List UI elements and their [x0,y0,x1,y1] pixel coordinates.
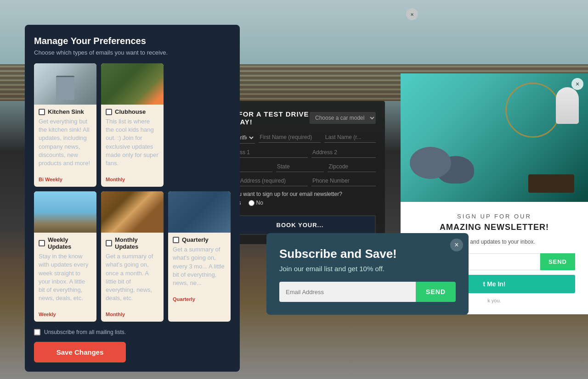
circle-decoration [505,83,560,138]
phone-input[interactable] [311,176,376,186]
test-drive-panel: GO FOR A TEST DRIVE TODAY! Choose a car … [215,101,385,244]
close-icon: × [576,80,579,88]
pref-card-monthly: Monthly Updates Get a summary of what's … [101,191,164,322]
first-name-input[interactable] [259,132,321,143]
no-radio[interactable] [249,200,254,206]
address2-input[interactable] [311,147,376,158]
weekly-frequency: Weekly [39,312,56,317]
unsubscribe-checkbox[interactable] [34,329,40,335]
kitchen-sink-checkbox[interactable] [39,109,45,115]
weekly-checkbox[interactable] [39,240,45,246]
kitchen-sink-desc: Get everything but the kitchen sink! All… [39,117,92,167]
quarterly-desc: Get a summary of what's going on, every … [173,245,226,287]
close-icon: × [454,241,458,249]
newsletter-close-button[interactable]: × [571,78,583,90]
monthly-desc: Get a summary of what's going on, once a… [106,252,159,302]
lamp-decoration [556,87,579,124]
quarterly-title: Quarterly [182,236,209,243]
pref-card-quarterly: Quarterly Get a summary of what's going … [168,191,231,322]
monthly-frequency: Monthly [106,312,125,317]
top-close-button[interactable]: × [406,8,418,20]
cushion2-decoration [410,147,451,179]
preferences-panel: Manage Your Preferences Choose which typ… [25,25,240,372]
kitchen-sink-image [34,63,96,105]
newsletter-question: Do you want to sign up for our email new… [224,191,342,197]
newsletter-tagline: SIGN UP FOR OUR [413,213,575,220]
state-input[interactable] [276,162,324,172]
clubhouse-desc: This list is where the cool kids hang ou… [106,117,159,167]
clubhouse-image [101,63,164,105]
clubhouse-title: Clubhouse [115,108,146,115]
clubhouse-checkbox[interactable] [106,109,112,115]
newsletter-send-button[interactable]: SEND [540,253,575,270]
kitchen-sink-frequency: Bi Weekly [39,177,62,182]
subscribe-close-button[interactable]: × [450,239,463,251]
empty-card-slot [168,63,231,187]
quarterly-frequency: Quarterly [173,296,195,302]
unsubscribe-row: Unsubscribe from all mailing lists. [34,329,231,335]
zipcode-input[interactable] [328,162,376,172]
pref-card-weekly: Weekly Updates Stay in the know with upd… [34,191,96,322]
monthly-checkbox[interactable] [106,240,112,246]
subscribe-email-input[interactable] [279,282,416,302]
preferences-title: Manage Your Preferences [34,36,231,46]
subscribe-subtitle: Join our email list and get 10% off. [279,265,456,273]
subscribe-popup: × Subscribe and Save! Join our email lis… [266,233,469,315]
preferences-cards-grid: Kitchen Sink Get everything but the kitc… [34,63,231,322]
subscribe-title: Subscribe and Save! [279,247,456,261]
newsletter-image: × [401,73,588,202]
car-model-select[interactable]: Choose a car model [310,112,376,124]
monthly-title: Monthly Updates [115,236,159,250]
unsubscribe-label: Unsubscribe from all mailing lists. [44,329,126,335]
subscribe-send-button[interactable]: SEND [416,282,456,302]
no-label: No [256,200,263,206]
pref-card-kitchen-sink: Kitchen Sink Get everything but the kitc… [34,63,96,187]
table-decoration [528,174,574,193]
quarterly-image [168,191,231,233]
last-name-input[interactable] [324,132,376,143]
preferences-subtitle: Choose which types of emails you want to… [34,49,231,56]
close-icon: × [410,11,414,18]
kitchen-sink-title: Kitchen Sink [48,108,84,115]
weekly-title: Weekly Updates [48,236,92,250]
weekly-image [34,191,96,233]
newsletter-headline: AMAZING NEWSLETTER! [413,223,575,232]
quarterly-checkbox[interactable] [173,237,179,243]
no-radio-option[interactable]: No [249,200,263,206]
clubhouse-frequency: Monthly [106,177,125,182]
monthly-image [101,191,164,233]
pref-card-clubhouse: Clubhouse This list is where the cool ki… [101,63,164,187]
weekly-desc: Stay in the know with updates every week… [39,252,92,302]
book-button[interactable]: BOOK YOUR... [224,215,376,235]
save-changes-button[interactable]: Save Changes [34,342,126,362]
